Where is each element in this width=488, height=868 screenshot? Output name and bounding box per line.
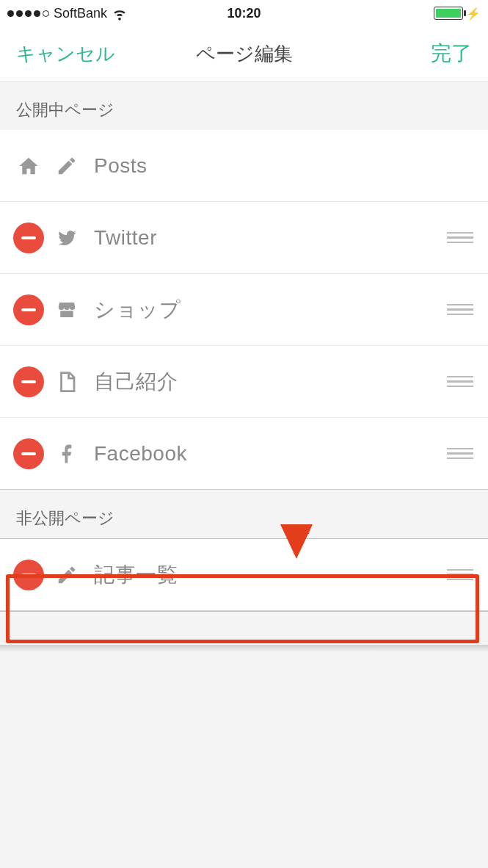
delete-button[interactable] (13, 294, 44, 325)
drag-handle-icon[interactable] (447, 232, 473, 244)
row-articles[interactable]: 記事一覧 (0, 539, 488, 611)
compose-icon (51, 155, 82, 177)
row-label: Facebook (94, 442, 447, 466)
status-left: SoftBank (7, 5, 128, 21)
row-twitter[interactable]: Twitter (0, 202, 488, 274)
charging-icon: ⚡ (466, 7, 481, 21)
page-icon (51, 371, 82, 393)
drag-handle-icon[interactable] (447, 569, 473, 581)
private-pages-list: 記事一覧 (0, 538, 488, 612)
battery-icon (434, 7, 463, 20)
delete-button[interactable] (13, 560, 44, 590)
wifi-icon (112, 5, 128, 21)
row-label: Posts (94, 154, 473, 178)
row-label: 自己紹介 (94, 368, 447, 396)
row-label: ショップ (94, 296, 447, 324)
row-posts[interactable]: Posts (0, 130, 488, 202)
home-icon (13, 155, 44, 177)
delete-button[interactable] (13, 438, 44, 469)
carrier-label: SoftBank (54, 6, 107, 21)
section-header-private: 非公開ページ (0, 490, 488, 538)
delete-button[interactable] (13, 223, 44, 253)
signal-strength-icon (7, 10, 49, 17)
row-shop[interactable]: ショップ (0, 274, 488, 346)
drag-handle-icon[interactable] (447, 304, 473, 316)
facebook-icon (51, 443, 82, 465)
status-bar: SoftBank 10:20 ⚡ (0, 0, 488, 26)
row-facebook[interactable]: Facebook (0, 418, 488, 490)
cancel-button[interactable]: キャンセル (16, 41, 115, 67)
row-label: Twitter (94, 226, 447, 250)
status-time: 10:20 (227, 6, 261, 21)
shop-icon (51, 299, 82, 321)
public-pages-list: Posts Twitter ショップ 自己紹介 Facebook (0, 130, 488, 490)
twitter-icon (51, 227, 82, 249)
section-header-public: 公開中ページ (0, 82, 488, 130)
drag-handle-icon[interactable] (447, 376, 473, 388)
drag-handle-icon[interactable] (447, 448, 473, 460)
nav-header: キャンセル ページ編集 完了 (0, 26, 488, 82)
row-label: 記事一覧 (94, 561, 447, 589)
shadow-decoration (0, 645, 488, 652)
compose-icon (51, 564, 82, 586)
row-profile[interactable]: 自己紹介 (0, 346, 488, 418)
status-right: ⚡ (434, 7, 481, 21)
done-button[interactable]: 完了 (431, 40, 472, 68)
delete-button[interactable] (13, 366, 44, 397)
page-title: ページ編集 (196, 41, 293, 67)
